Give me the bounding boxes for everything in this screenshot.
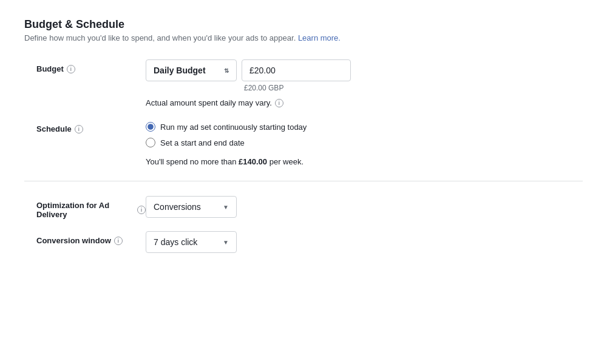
conversion-window-info-icon[interactable]: i xyxy=(114,237,123,245)
section-title: Budget & Schedule xyxy=(24,18,583,31)
section-subtitle: Define how much you'd like to spend, and… xyxy=(24,33,583,42)
budget-amount-input[interactable] xyxy=(242,59,351,81)
optimization-dropdown[interactable]: Conversions ▼ xyxy=(146,196,237,218)
conversion-window-chevron-icon: ▼ xyxy=(223,239,229,246)
section-header: Budget & Schedule Define how much you'd … xyxy=(24,18,583,42)
conversion-window-label: Conversion window i xyxy=(36,231,146,245)
schedule-radio-dates[interactable] xyxy=(146,138,155,147)
budget-info-icon[interactable]: i xyxy=(67,65,75,73)
schedule-option-continuous[interactable]: Run my ad set continuously starting toda… xyxy=(146,122,307,132)
spend-note: You'll spend no more than £140.00 per we… xyxy=(146,157,307,166)
optimization-label: Optimization for Ad Delivery i xyxy=(36,196,146,219)
gbp-label: £20.00 GBP xyxy=(244,84,351,92)
conversion-window-controls: 7 days click ▼ xyxy=(146,231,237,253)
budget-type-dropdown[interactable]: Daily Budget ⇅ xyxy=(146,59,237,81)
schedule-label: Schedule i xyxy=(36,120,146,133)
conversion-window-dropdown[interactable]: 7 days click ▼ xyxy=(146,231,237,253)
learn-more-link[interactable]: Learn more. xyxy=(298,33,341,42)
schedule-options: Run my ad set continuously starting toda… xyxy=(146,120,307,147)
schedule-info-icon[interactable]: i xyxy=(75,125,83,133)
actual-amount-info-icon[interactable]: i xyxy=(275,99,283,107)
schedule-row: Schedule i Run my ad set continuously st… xyxy=(24,120,583,166)
schedule-controls: Run my ad set continuously starting toda… xyxy=(146,120,307,166)
budget-inputs: Daily Budget ⇅ xyxy=(146,59,351,81)
conversion-window-row: Conversion window i 7 days click ▼ xyxy=(24,231,583,253)
spend-amount: £140.00 xyxy=(239,157,267,166)
optimization-info-icon[interactable]: i xyxy=(137,206,146,214)
budget-controls: Daily Budget ⇅ £20.00 GBP Actual amount … xyxy=(146,59,351,107)
budget-row: Budget i Daily Budget ⇅ £20.00 GBP Actua… xyxy=(24,59,583,107)
section-divider xyxy=(24,181,583,181)
budget-type-chevron-icon: ⇅ xyxy=(224,67,229,74)
budget-label: Budget i xyxy=(36,59,146,73)
schedule-radio-continuous[interactable] xyxy=(146,122,155,132)
optimization-controls: Conversions ▼ xyxy=(146,196,237,218)
schedule-option-dates[interactable]: Set a start and end date xyxy=(146,138,307,147)
optimization-chevron-icon: ▼ xyxy=(223,204,229,211)
optimization-row: Optimization for Ad Delivery i Conversio… xyxy=(24,196,583,219)
actual-amount-note: Actual amount spent daily may vary. i xyxy=(146,98,351,107)
